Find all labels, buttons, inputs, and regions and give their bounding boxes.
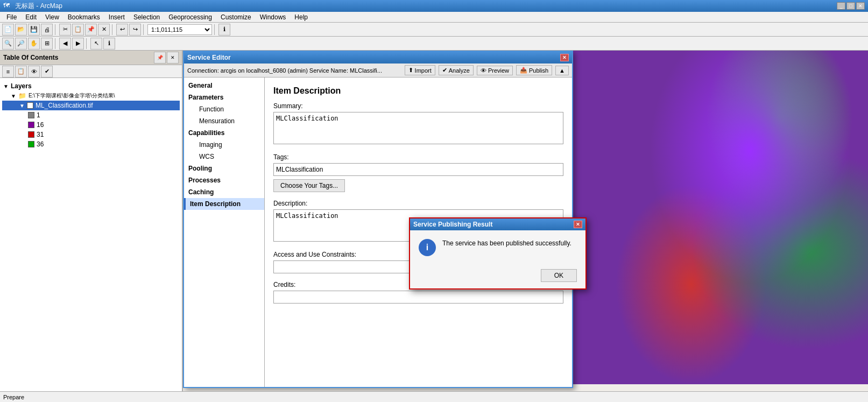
toc-header-buttons: 📌 ✕ bbox=[154, 52, 179, 64]
main-layout: Table Of Contents 📌 ✕ ≡ 📋 👁 ✔ ▼ Layers ▼… bbox=[0, 51, 868, 391]
app-title: 无标题 - ArcMap bbox=[15, 2, 837, 11]
folder-label: E:\下学期课程\影像金字塔\分类结果\ bbox=[29, 92, 115, 100]
new-icon: 📄 bbox=[4, 26, 12, 33]
value-31-color bbox=[28, 131, 34, 138]
folder-item: ▼ 📁 E:\下学期课程\影像金字塔\分类结果\ bbox=[2, 91, 180, 101]
separator-1 bbox=[55, 24, 57, 35]
copy-icon: 📋 bbox=[74, 26, 82, 33]
zoom-in-button[interactable]: 🔍 bbox=[2, 38, 14, 50]
tools-toolbar: 🔍 🔎 ✋ ⊞ ◀ ▶ ↖ ℹ bbox=[0, 37, 868, 51]
menu-file[interactable]: File bbox=[2, 12, 21, 22]
info-icon: i bbox=[419, 239, 436, 256]
dialog-message: The service has been published successfu… bbox=[442, 239, 571, 248]
toc-toolbar-row: ≡ 📋 👁 ✔ bbox=[0, 65, 182, 78]
full-extent-icon: ⊞ bbox=[45, 40, 50, 47]
cut-button[interactable]: ✂ bbox=[59, 24, 71, 36]
close-button[interactable]: ✕ bbox=[856, 2, 865, 10]
table-of-contents: Table Of Contents 📌 ✕ ≡ 📋 👁 ✔ ▼ Layers ▼… bbox=[0, 51, 183, 391]
expand-icon[interactable]: ▼ bbox=[3, 83, 9, 89]
value-16-label: 16 bbox=[37, 121, 44, 129]
visibility-icon: 👁 bbox=[31, 68, 37, 75]
menu-windows[interactable]: Windows bbox=[256, 12, 291, 22]
info-button[interactable]: ℹ bbox=[103, 38, 115, 50]
title-bar-buttons: _ □ ✕ bbox=[837, 2, 865, 10]
print-icon: 🖨 bbox=[44, 26, 50, 33]
layer-tif-item[interactable]: ▼ ✔ ML_Classification.tif bbox=[2, 101, 180, 110]
new-button[interactable]: 📄 bbox=[2, 24, 14, 36]
separator-6 bbox=[86, 38, 88, 49]
ok-button[interactable]: OK bbox=[541, 269, 577, 282]
value-31-item: 31 bbox=[2, 130, 180, 139]
separator-2 bbox=[112, 24, 114, 35]
select-icon: ↖ bbox=[94, 40, 99, 47]
paste-icon: 📌 bbox=[87, 26, 95, 33]
menu-view[interactable]: View bbox=[41, 12, 63, 22]
value-1-label: 1 bbox=[37, 111, 40, 119]
menu-customize[interactable]: Customize bbox=[216, 12, 256, 22]
toc-content: ▼ Layers ▼ 📁 E:\下学期课程\影像金字塔\分类结果\ ▼ ✔ ML… bbox=[0, 78, 182, 391]
save-button[interactable]: 💾 bbox=[28, 24, 40, 36]
value-36-label: 36 bbox=[37, 140, 44, 148]
forward-button[interactable]: ▶ bbox=[72, 38, 84, 50]
delete-button[interactable]: ✕ bbox=[98, 24, 110, 36]
identify-button[interactable]: ℹ bbox=[218, 24, 230, 36]
separator-5 bbox=[55, 38, 57, 49]
map-area: Service Editor ✕ Connection: arcgis on l… bbox=[183, 51, 868, 391]
pan-button[interactable]: ✋ bbox=[28, 38, 40, 50]
back-icon: ◀ bbox=[63, 40, 67, 47]
delete-icon: ✕ bbox=[102, 26, 107, 33]
cut-icon: ✂ bbox=[63, 26, 68, 33]
menu-edit[interactable]: Edit bbox=[21, 12, 41, 22]
dialog-title: Service Publishing Result bbox=[413, 221, 574, 228]
redo-button[interactable]: ↪ bbox=[129, 24, 141, 36]
toc-source-btn[interactable]: 📋 bbox=[15, 66, 27, 77]
toc-header: Table Of Contents 📌 ✕ bbox=[0, 51, 182, 65]
toc-close-button[interactable]: ✕ bbox=[167, 52, 179, 64]
select-button[interactable]: ↖ bbox=[90, 38, 102, 50]
dialog-close-button[interactable]: ✕ bbox=[574, 221, 582, 228]
menu-insert[interactable]: Insert bbox=[104, 12, 129, 22]
layer-name: ML_Classification.tif bbox=[36, 102, 93, 109]
toc-pin-button[interactable]: 📌 bbox=[154, 52, 166, 64]
value-1-color bbox=[28, 112, 34, 118]
info-icon: ℹ bbox=[108, 40, 110, 47]
minimize-button[interactable]: _ bbox=[837, 2, 845, 10]
paste-button[interactable]: 📌 bbox=[85, 24, 97, 36]
toc-visibility-btn[interactable]: 👁 bbox=[28, 66, 40, 77]
print-button[interactable]: 🖨 bbox=[41, 24, 53, 36]
open-button[interactable]: 📂 bbox=[15, 24, 27, 36]
maximize-button[interactable]: □ bbox=[846, 2, 855, 10]
toc-list-btn[interactable]: ≡ bbox=[2, 66, 14, 77]
select-icon2: ✔ bbox=[45, 68, 50, 75]
source-icon: 📋 bbox=[17, 68, 25, 75]
undo-icon: ↩ bbox=[120, 26, 125, 33]
pan-icon: ✋ bbox=[30, 40, 38, 47]
layer-checkbox[interactable]: ✔ bbox=[27, 102, 33, 109]
copy-button[interactable]: 📋 bbox=[72, 24, 84, 36]
redo-icon: ↪ bbox=[133, 26, 138, 33]
status-bar: Prepare bbox=[0, 391, 868, 402]
zoom-out-button[interactable]: 🔎 bbox=[15, 38, 27, 50]
toc-select-btn[interactable]: ✔ bbox=[41, 66, 53, 77]
publishing-result-dialog: Service Publishing Result ✕ i The servic… bbox=[409, 217, 587, 290]
toc-title: Table Of Contents bbox=[3, 54, 58, 61]
dialog-title-bar: Service Publishing Result ✕ bbox=[410, 218, 585, 230]
dialog-body: i The service has been published success… bbox=[410, 230, 585, 265]
menu-bar: File Edit View Bookmarks Insert Selectio… bbox=[0, 12, 868, 23]
layers-header: ▼ Layers bbox=[2, 81, 180, 91]
menu-selection[interactable]: Selection bbox=[129, 12, 164, 22]
forward-icon: ▶ bbox=[76, 40, 80, 47]
menu-bookmarks[interactable]: Bookmarks bbox=[63, 12, 104, 22]
layers-label: Layers bbox=[11, 82, 32, 90]
undo-button[interactable]: ↩ bbox=[116, 24, 128, 36]
full-extent-button[interactable]: ⊞ bbox=[41, 38, 53, 50]
menu-geoprocessing[interactable]: Geoprocessing bbox=[164, 12, 216, 22]
back-button[interactable]: ◀ bbox=[59, 38, 71, 50]
dialog-overlay: Service Publishing Result ✕ i The servic… bbox=[183, 51, 868, 391]
layer-expand-icon[interactable]: ▼ bbox=[19, 103, 25, 109]
folder-expand-icon[interactable]: ▼ bbox=[11, 93, 16, 99]
scale-combo[interactable]: 1:1,011,115 bbox=[147, 24, 212, 35]
value-16-color bbox=[28, 122, 34, 128]
menu-help[interactable]: Help bbox=[290, 12, 312, 22]
dialog-footer: OK bbox=[410, 265, 585, 288]
